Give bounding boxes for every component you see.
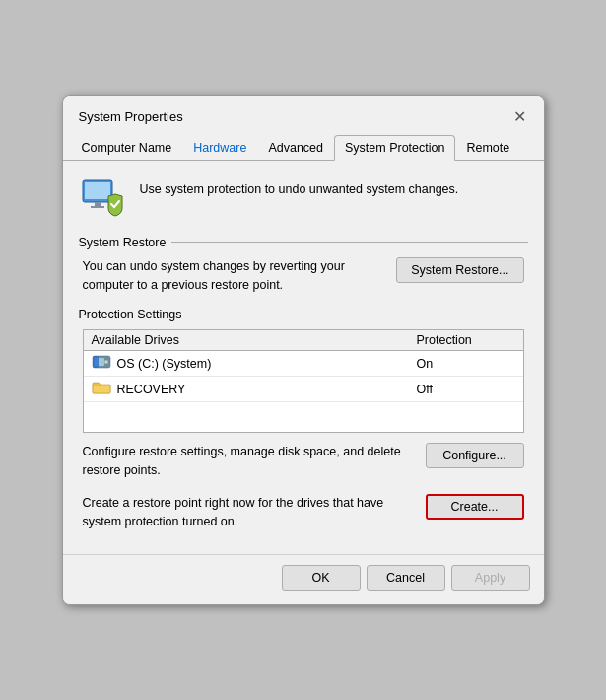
- table-row[interactable]: RECOVERY Off: [84, 377, 523, 402]
- create-row: Create a restore point right now for the…: [83, 494, 524, 531]
- system-restore-divider: [171, 242, 527, 243]
- tab-system-protection[interactable]: System Protection: [334, 135, 455, 161]
- drive-name-2: RECOVERY: [117, 383, 186, 396]
- tab-computer-name[interactable]: Computer Name: [71, 135, 183, 161]
- tab-hardware[interactable]: Hardware: [182, 135, 257, 161]
- table-spacer: [84, 402, 523, 432]
- tab-bar: Computer Name Hardware Advanced System P…: [63, 135, 544, 161]
- cancel-button[interactable]: Cancel: [367, 565, 445, 591]
- create-button[interactable]: Create...: [426, 494, 524, 520]
- system-restore-body: You can undo system changes by reverting…: [79, 257, 528, 295]
- title-bar: System Properties ✕: [63, 96, 544, 135]
- table-row[interactable]: OS (C:) (System) On: [84, 351, 523, 377]
- protection-settings-section: Protection Settings Available Drives Pro…: [79, 308, 528, 530]
- header-description: Use system protection to undo unwanted s…: [140, 175, 459, 199]
- col-protection: Protection: [417, 333, 515, 347]
- col-drives: Available Drives: [92, 333, 417, 347]
- tab-advanced[interactable]: Advanced: [257, 135, 334, 161]
- svg-rect-3: [91, 206, 104, 208]
- apply-button[interactable]: Apply: [451, 565, 530, 591]
- svg-point-6: [104, 360, 108, 364]
- system-protection-icon: [79, 175, 126, 222]
- system-properties-window: System Properties ✕ Computer Name Hardwa…: [62, 95, 545, 606]
- protection-status-2: Off: [417, 383, 515, 396]
- restore-description: You can undo system changes by reverting…: [83, 257, 387, 295]
- drive-cell-2: RECOVERY: [92, 380, 417, 398]
- svg-rect-2: [95, 202, 101, 206]
- tab-content: Use system protection to undo unwanted s…: [63, 161, 544, 555]
- ok-button[interactable]: OK: [282, 565, 361, 591]
- system-restore-label: System Restore: [79, 236, 167, 249]
- protection-settings-legend: Protection Settings: [79, 308, 528, 321]
- create-description: Create a restore point right now for the…: [83, 494, 416, 531]
- drives-table: Available Drives Protection: [83, 329, 524, 433]
- svg-rect-9: [93, 385, 110, 393]
- svg-rect-1: [85, 182, 110, 199]
- folder-icon: [92, 380, 111, 398]
- configure-description: Configure restore settings, manage disk …: [83, 443, 416, 480]
- svg-rect-8: [94, 357, 98, 367]
- protection-settings-label: Protection Settings: [79, 308, 182, 321]
- configure-button[interactable]: Configure...: [426, 443, 524, 468]
- restore-row: You can undo system changes by reverting…: [83, 257, 524, 295]
- system-restore-button[interactable]: System Restore...: [396, 257, 523, 283]
- configure-row: Configure restore settings, manage disk …: [83, 443, 524, 480]
- tab-remote[interactable]: Remote: [455, 135, 520, 161]
- header-row: Use system protection to undo unwanted s…: [79, 175, 528, 222]
- footer: OK Cancel Apply: [63, 554, 544, 604]
- protection-settings-divider: [187, 315, 527, 315]
- drive-cell-1: OS (C:) (System): [92, 354, 417, 373]
- system-restore-section: System Restore You can undo system chang…: [79, 236, 528, 295]
- table-header: Available Drives Protection: [84, 330, 523, 351]
- close-button[interactable]: ✕: [508, 105, 532, 129]
- protection-status-1: On: [417, 357, 515, 371]
- hdd-icon: [92, 354, 111, 373]
- system-restore-legend: System Restore: [79, 236, 528, 249]
- drive-name-1: OS (C:) (System): [117, 357, 212, 371]
- window-title: System Properties: [79, 109, 183, 124]
- protection-settings-body: Available Drives Protection: [79, 329, 528, 530]
